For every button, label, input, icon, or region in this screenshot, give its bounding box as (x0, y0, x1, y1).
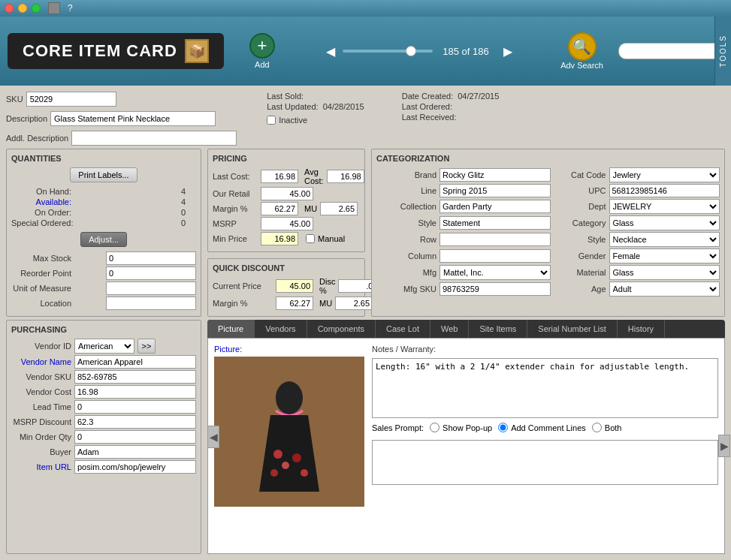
material-select[interactable]: Glass (609, 265, 720, 280)
next-record-button[interactable]: ▶ (499, 43, 517, 60)
unit-of-measure-input[interactable] (106, 282, 196, 295)
description-row: Description (6, 111, 237, 126)
current-price-input[interactable] (276, 279, 313, 293)
mfg-sku-input[interactable] (440, 282, 551, 296)
min-order-qty-label: Min Order Qty (11, 432, 71, 441)
vendor-id-arrow-button[interactable]: >> (137, 339, 156, 354)
last-updated-label: Last Updated: (267, 102, 319, 111)
toolbar: CORE ITEM CARD 📦 + Add ◀ 185 of 186 ▶ 🔍 … (0, 17, 731, 86)
both-label: Both (605, 423, 622, 432)
manual-checkbox[interactable] (306, 234, 315, 243)
tab-serial-number-list[interactable]: Serial Number List (527, 320, 617, 338)
location-input[interactable] (106, 297, 196, 310)
tab-picture[interactable]: Picture (207, 320, 255, 338)
sku-section: SKU (6, 92, 237, 107)
purchasing-panel: PURCHASING Vendor ID American >> Vendor … (6, 320, 201, 554)
qd-margin-pct-input[interactable] (276, 297, 313, 310)
style-input[interactable] (440, 216, 551, 230)
age-select[interactable]: Adult (609, 282, 720, 297)
sku-input[interactable] (26, 92, 116, 107)
column-input[interactable] (440, 249, 551, 263)
notes-textarea[interactable]: Length: 16" with a 2 1/4" extender chain… (372, 358, 718, 418)
prev-page-button[interactable]: ◀ (207, 426, 219, 448)
last-cost-input[interactable] (261, 170, 298, 183)
vendor-sku-input[interactable] (74, 370, 196, 384)
mu-input[interactable] (320, 202, 358, 215)
cat-code-select[interactable]: Jewlery (609, 167, 720, 182)
slider-thumb (406, 46, 416, 56)
description-input[interactable] (50, 111, 216, 126)
buyer-input[interactable] (74, 445, 196, 459)
tab-web[interactable]: Web (430, 320, 469, 338)
msrp-label: MSRP (213, 219, 258, 228)
record-slider[interactable] (343, 50, 433, 53)
our-retail-label: Our Retail (213, 189, 258, 198)
unit-of-measure-label: Unit of Measure (11, 284, 71, 293)
vendor-cost-input[interactable] (74, 385, 196, 399)
upc-input[interactable] (609, 184, 720, 197)
our-retail-input[interactable] (261, 187, 313, 200)
gender-label: Gender (554, 251, 606, 260)
date-created-label: Date Created: (402, 92, 453, 101)
both-radio[interactable] (592, 423, 602, 432)
add-button[interactable]: + Add (239, 29, 285, 74)
svg-point-5 (282, 462, 289, 469)
tab-history[interactable]: History (618, 320, 665, 338)
mfg-select[interactable]: Mattel, Inc. (440, 265, 551, 280)
print-labels-button[interactable]: Print Labels... (70, 167, 137, 182)
location-label: Location (11, 299, 71, 308)
style2-select[interactable]: Necklace (609, 232, 720, 247)
collection-input[interactable] (440, 200, 551, 213)
middle-section: QUANTITIES Print Labels... On Hand: 4 Av… (6, 149, 725, 317)
next-page-button[interactable]: ▶ (718, 435, 730, 457)
adv-search-button[interactable]: 🔍 Adv Search (553, 28, 611, 74)
close-button[interactable] (5, 4, 14, 13)
disc-pct-input[interactable] (338, 279, 376, 293)
brand-input[interactable] (440, 168, 551, 182)
msrp-input[interactable] (261, 217, 313, 230)
tab-components[interactable]: Components (307, 320, 376, 338)
adjust-button[interactable]: Adjust... (80, 232, 127, 247)
search-input[interactable] (618, 43, 723, 59)
show-popup-radio[interactable] (430, 423, 440, 432)
vendor-name-label[interactable]: Vendor Name (11, 357, 71, 366)
comment-textarea[interactable] (372, 440, 718, 485)
manual-label: Manual (318, 234, 345, 243)
help-icon[interactable]: ? (68, 3, 73, 14)
style2-label: Style (554, 235, 606, 244)
vendor-id-select[interactable]: American (74, 339, 134, 354)
vendor-name-input[interactable] (74, 355, 196, 369)
margin-pct-input[interactable] (261, 202, 298, 215)
available-label[interactable]: Available: (11, 197, 71, 206)
tools-tab[interactable]: TOOLS (714, 17, 731, 86)
row-input[interactable] (440, 233, 551, 246)
category-select[interactable]: Glass (609, 215, 720, 230)
minimize-button[interactable] (18, 4, 27, 13)
reorder-point-input[interactable] (106, 266, 196, 280)
min-price-input[interactable] (261, 232, 298, 245)
pricing-title: PRICING (213, 154, 360, 163)
avg-cost-input[interactable] (327, 170, 364, 183)
add-comment-radio[interactable] (498, 423, 508, 432)
maximize-button[interactable] (32, 4, 41, 13)
prev-record-button[interactable]: ◀ (322, 43, 340, 60)
last-updated-value: 04/28/2015 (323, 102, 364, 111)
line-input[interactable] (440, 184, 551, 197)
gender-select[interactable]: Female (609, 248, 720, 263)
dept-select[interactable]: JEWELRY (609, 199, 720, 214)
notes-label: Notes / Warranty: (372, 345, 718, 354)
min-order-qty-input[interactable] (74, 430, 196, 444)
tab-site-items[interactable]: Site Items (469, 320, 527, 338)
tab-case-lot[interactable]: Case Lot (376, 320, 430, 338)
tab-vendors[interactable]: Vendors (255, 320, 307, 338)
qd-mu-input[interactable] (335, 297, 373, 310)
lead-time-input[interactable] (74, 400, 196, 414)
msrp-discount-input[interactable] (74, 415, 196, 429)
vendor-sku-label: Vendor SKU (11, 372, 71, 381)
item-url-input[interactable] (74, 460, 196, 474)
lead-time-label: Lead Time (11, 402, 71, 411)
item-url-label[interactable]: Item URL (11, 462, 71, 471)
addl-description-input[interactable] (71, 131, 237, 146)
max-stock-input[interactable] (106, 251, 196, 265)
inactive-checkbox[interactable] (267, 116, 276, 125)
